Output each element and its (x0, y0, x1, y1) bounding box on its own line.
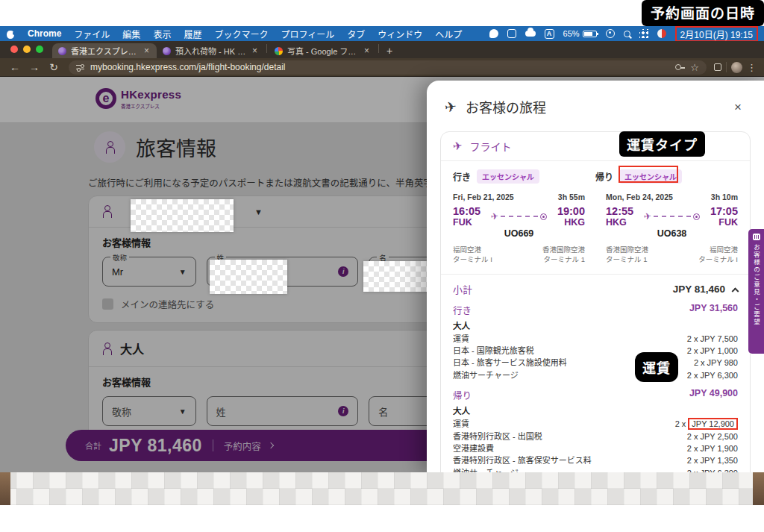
menubar-item-profiles[interactable]: プロフィール (281, 28, 334, 40)
tab-title: 香港エクスプレス: 格安航空券 - (71, 45, 138, 57)
close-window-button[interactable] (10, 46, 18, 53)
arrival-code: FUK (704, 217, 738, 228)
feedback-tab-label: お客様のご意見・ご要望 (752, 244, 761, 326)
subtotal-amount: JPY 81,460 (673, 284, 725, 295)
flight-number: UO669 (453, 228, 585, 239)
tab-hkexpress-booking[interactable]: 香港エクスプレス: 格安航空券 - × (52, 43, 157, 58)
ime-status-icon[interactable] (657, 29, 666, 38)
fare-row: 日本 - 国際観光旅客税2 x JPY 1,000 (453, 345, 738, 357)
tab-title: 預入れ荷物 - HK Express (175, 45, 246, 57)
apple-menu-icon[interactable] (6, 29, 15, 39)
plane-icon: ✈ (452, 139, 463, 154)
menubar-item-bookmarks[interactable]: ブックマーク (214, 28, 268, 40)
menubar-item-help[interactable]: ヘルプ (435, 28, 462, 40)
feedback-side-tab[interactable]: お客様のご意見・ご要望 (748, 229, 764, 354)
highlighted-fare-value: JPY 12,900 (688, 418, 738, 430)
close-tab-icon[interactable]: × (363, 46, 371, 56)
zoom-window-button[interactable] (36, 46, 43, 53)
tab-google-photos[interactable]: 写真 - Google フォト × (269, 43, 377, 58)
menubar-item-chrome[interactable]: Chrome (28, 28, 61, 39)
desktop-wallpaper-tiles (0, 472, 764, 505)
menubar-item-history[interactable]: 履歴 (184, 28, 201, 40)
minimize-window-button[interactable] (23, 46, 31, 53)
outbound-segment: Fri, Feb 21, 2025 3h 55m 16:05 FUK ✈ (442, 190, 595, 268)
departure-time: 12:55 (606, 205, 640, 217)
spotlight-search-icon[interactable] (624, 31, 630, 37)
arrival-code: HKG (551, 217, 585, 228)
new-tab-button[interactable]: + (381, 45, 398, 58)
panel-title: お客様の旅程 (466, 97, 546, 116)
forward-button[interactable]: → (27, 61, 42, 73)
route-dashed-line (501, 216, 538, 217)
app-status-icon[interactable] (507, 29, 516, 38)
battery-percent: 65% (563, 29, 580, 38)
subtotal-row[interactable]: 小計 JPY 81,460 (453, 282, 738, 296)
control-center-icon[interactable] (606, 29, 615, 38)
battery-status[interactable]: 65% (563, 29, 597, 38)
segment-date: Mon, Feb 24, 2025 (606, 193, 673, 201)
fare-row: 燃油サーチャージ2 x JPY 6,300 (453, 467, 738, 472)
return-total-row: 帰り JPY 49,900 (453, 388, 738, 402)
menubar-datetime[interactable]: 2月10日(月) 19:15 (675, 26, 758, 42)
cloud-status-icon[interactable] (525, 31, 536, 37)
reload-button[interactable]: ↻ (46, 61, 61, 73)
outbound-amount: JPY 31,560 (689, 303, 738, 317)
return-label: 帰り (453, 388, 472, 402)
annotation-booking-datetime: 予約画面の日時 (642, 0, 764, 26)
back-button[interactable]: ← (7, 61, 22, 73)
arrival-airport: 香港国際空港 ターミナル 1 (542, 245, 585, 265)
switcher-grid-icon[interactable] (639, 29, 648, 38)
pax-type: 大人 (453, 319, 738, 331)
close-panel-icon[interactable]: × (730, 99, 746, 115)
browser-tabstrip: 香港エクスプレス: 格安航空券 - × 預入れ荷物 - HK Express ×… (0, 41, 764, 58)
outbound-total-row: 行き JPY 31,560 (453, 303, 738, 317)
toolbar-separator (726, 62, 727, 72)
profile-avatar[interactable] (731, 62, 742, 73)
window-controls[interactable] (0, 46, 52, 58)
feedback-form-icon (753, 234, 760, 240)
google-photos-favicon (275, 47, 283, 55)
menubar-item-tab[interactable]: タブ (347, 28, 365, 40)
bookmark-star-icon[interactable]: ☆ (690, 63, 699, 72)
segment-duration: 3h 10m (711, 193, 738, 201)
hkexpress-favicon (58, 47, 66, 55)
segment-duration: 3h 55m (558, 193, 585, 201)
fare-row: 香港特別行政区 - 旅客保安サービス料2 x JPY 1,350 (453, 454, 738, 466)
page-url[interactable]: mybooking.hkexpress.com/ja/flight-bookin… (90, 62, 285, 72)
redacted-firstname-block (363, 261, 428, 292)
chevron-up-icon[interactable] (732, 287, 739, 295)
menubar-item-view[interactable]: 表示 (153, 28, 171, 40)
password-key-icon[interactable] (675, 64, 681, 70)
fare-row: 香港特別行政区 - 出国税2 x JPY 2,500 (453, 431, 738, 442)
departure-code: HKG (606, 217, 640, 228)
return-segment: Mon, Feb 24, 2025 3h 10m 12:55 HKG ✈ (595, 190, 748, 268)
annotation-red-box-fare-type (619, 166, 678, 183)
close-tab-icon[interactable]: × (143, 46, 151, 56)
screenshot-root: 予約画面の日時 Chrome ファイル 編集 表示 履歴 ブックマーク プロフィ… (0, 0, 764, 532)
fare-row: 日本 - 旅客サービス施設使用料2 x JPY 980 (453, 357, 738, 369)
site-settings-icon[interactable] (76, 64, 84, 71)
menubar-item-file[interactable]: ファイル (74, 28, 110, 40)
arrival-time: 19:00 (551, 205, 585, 217)
tab-separator (378, 44, 379, 53)
annotation-fare-type: 運賃タイプ (619, 131, 705, 157)
hkexpress-favicon (163, 47, 171, 55)
menubar-item-edit[interactable]: 編集 (122, 28, 140, 40)
close-tab-icon[interactable]: × (251, 46, 259, 56)
arrival-time: 17:05 (704, 205, 738, 217)
tab-checked-baggage[interactable]: 預入れ荷物 - HK Express × (157, 43, 265, 58)
chrome-menu-icon[interactable]: ⋮ (747, 62, 757, 73)
browser-toolbar: ← → ↻ mybooking.hkexpress.com/ja/flight-… (0, 58, 764, 77)
location-pin-icon (693, 213, 700, 220)
redacted-name-block (131, 199, 234, 232)
route-dashed-line (654, 216, 691, 217)
input-method-icon[interactable]: A (545, 29, 554, 39)
departure-code: FUK (453, 217, 487, 228)
line-app-icon[interactable] (489, 29, 498, 38)
extensions-icon[interactable] (714, 63, 721, 71)
address-bar[interactable]: mybooking.hkexpress.com/ja/flight-bookin… (69, 60, 707, 75)
menubar-item-window[interactable]: ウィンドウ (378, 28, 422, 40)
battery-icon (583, 31, 597, 37)
macos-menubar: Chrome ファイル 編集 表示 履歴 ブックマーク プロフィール タブ ウィ… (0, 26, 764, 41)
fare-row: 空港建設費2 x JPY 1,900 (453, 442, 738, 454)
